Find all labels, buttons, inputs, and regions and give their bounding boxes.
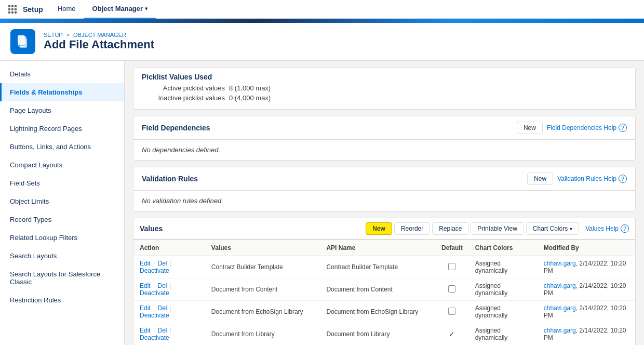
api-name-cell-1: Document from Content bbox=[320, 278, 435, 301]
sidebar-item-related-lookup-filters[interactable]: Related Lookup Filters bbox=[0, 229, 124, 247]
sidebar: Details Fields & Relationships Page Layo… bbox=[0, 61, 125, 345]
sidebar-item-object-limits[interactable]: Object Limits bbox=[0, 192, 124, 210]
checkbox-empty bbox=[448, 263, 455, 270]
breadcrumb-object-manager[interactable]: OBJECT MANAGER bbox=[73, 32, 126, 38]
col-default: Default bbox=[435, 240, 469, 256]
validation-rules-header: Validation Rules New Validation Rules He… bbox=[133, 167, 635, 191]
values-new-button[interactable]: New bbox=[366, 222, 392, 235]
col-api-name: API Name bbox=[320, 240, 435, 256]
breadcrumb: SETUP > OBJECT MANAGER bbox=[44, 32, 154, 38]
tab-home[interactable]: Home bbox=[49, 0, 84, 19]
picklist-title: Picklist Values Used bbox=[142, 73, 627, 81]
col-values: Values bbox=[205, 240, 320, 256]
field-dependencies-new-button[interactable]: New bbox=[517, 122, 543, 134]
chevron-down-icon: ▾ bbox=[145, 6, 147, 11]
sidebar-item-details[interactable]: Details bbox=[0, 65, 124, 83]
tab-object-manager[interactable]: Object Manager ▾ bbox=[84, 0, 156, 19]
values-replace-button[interactable]: Replace bbox=[432, 222, 468, 235]
values-chart-colors-button[interactable]: Chart Colors ▾ bbox=[526, 222, 579, 235]
sidebar-item-buttons-links-actions[interactable]: Buttons, Links, and Actions bbox=[0, 138, 124, 156]
table-row: Edit | Del | Deactivate Document from Ec… bbox=[133, 301, 635, 323]
app-launcher-button[interactable] bbox=[4, 1, 21, 18]
validation-rules-section: Validation Rules New Validation Rules He… bbox=[133, 167, 636, 211]
help-icon-values: ? bbox=[621, 224, 629, 233]
main-layout: Details Fields & Relationships Page Layo… bbox=[0, 61, 644, 345]
values-reorder-button[interactable]: Reorder bbox=[394, 222, 430, 235]
default-cell-2 bbox=[435, 301, 469, 323]
user-link-1[interactable]: chhavi.garg, bbox=[544, 282, 578, 289]
table-row: Edit | Del | Deactivate Document from Co… bbox=[133, 278, 635, 301]
checkmark-icon: ✓ bbox=[449, 330, 455, 338]
svg-rect-1 bbox=[11, 5, 14, 7]
checkbox-empty bbox=[448, 308, 455, 315]
value-cell-0: Contract Builder Template bbox=[205, 256, 320, 278]
chart-colors-cell-3: Assigned dynamically bbox=[469, 323, 538, 346]
field-dependencies-title: Field Dependencies bbox=[142, 124, 210, 132]
col-chart-colors: Chart Colors bbox=[469, 240, 538, 256]
user-link-0[interactable]: chhavi.garg, bbox=[544, 260, 578, 267]
value-cell-1: Document from Content bbox=[205, 278, 320, 301]
del-link-0[interactable]: Del bbox=[158, 260, 167, 267]
del-link-3[interactable]: Del bbox=[158, 327, 167, 334]
svg-rect-3 bbox=[8, 8, 10, 10]
sidebar-item-field-sets[interactable]: Field Sets bbox=[0, 174, 124, 192]
api-name-cell-2: Document from EchoSign Library bbox=[320, 301, 435, 323]
deactivate-link-2[interactable]: Deactivate bbox=[140, 312, 169, 319]
picklist-values-section: Picklist Values Used Active picklist val… bbox=[133, 67, 636, 110]
sidebar-item-record-types[interactable]: Record Types bbox=[0, 210, 124, 229]
sidebar-item-search-layouts[interactable]: Search Layouts bbox=[0, 247, 124, 265]
field-dependencies-section: Field Dependencies New Field Dependencie… bbox=[133, 116, 636, 161]
sidebar-item-restriction-rules[interactable]: Restriction Rules bbox=[0, 291, 124, 309]
picklist-inactive-row: Inactive picklist values 0 (4,000 max) bbox=[142, 94, 627, 102]
checkbox-empty bbox=[448, 285, 455, 293]
field-dependencies-help-link[interactable]: Field Dependencies Help ? bbox=[547, 124, 627, 132]
edit-link-2[interactable]: Edit bbox=[140, 304, 151, 312]
sidebar-item-page-layouts[interactable]: Page Layouts bbox=[0, 101, 124, 120]
page-title: Add File Attachment bbox=[44, 38, 154, 51]
sidebar-item-compact-layouts[interactable]: Compact Layouts bbox=[0, 156, 124, 174]
modified-by-cell-0: chhavi.garg, 2/14/2022, 10:20 PM bbox=[538, 256, 635, 278]
svg-rect-7 bbox=[11, 11, 14, 14]
breadcrumb-setup[interactable]: SETUP bbox=[44, 32, 62, 38]
default-cell-1 bbox=[435, 278, 469, 301]
edit-link-3[interactable]: Edit bbox=[140, 327, 151, 334]
chart-colors-cell-0: Assigned dynamically bbox=[469, 256, 538, 278]
del-link-2[interactable]: Del bbox=[158, 304, 167, 312]
setup-label: Setup bbox=[21, 5, 49, 14]
values-printable-view-button[interactable]: Printable View bbox=[471, 222, 524, 235]
values-help-link[interactable]: Values Help ? bbox=[585, 224, 629, 233]
del-link-1[interactable]: Del bbox=[158, 282, 167, 289]
validation-rules-new-button[interactable]: New bbox=[527, 172, 553, 185]
validation-rules-title: Validation Rules bbox=[142, 175, 198, 183]
edit-link-1[interactable]: Edit bbox=[140, 282, 151, 289]
deactivate-link-3[interactable]: Deactivate bbox=[140, 334, 169, 341]
values-header: Values New Reorder Replace Printable Vie… bbox=[133, 218, 635, 240]
sidebar-item-search-layouts-classic[interactable]: Search Layouts for Salesforce Classic bbox=[0, 265, 124, 291]
picklist-active-row: Active picklist values 8 (1,000 max) bbox=[142, 84, 627, 92]
modified-by-cell-1: chhavi.garg, 2/14/2022, 10:20 PM bbox=[538, 278, 635, 301]
user-link-2[interactable]: chhavi.garg, bbox=[544, 304, 578, 312]
deactivate-link-0[interactable]: Deactivate bbox=[140, 267, 169, 274]
svg-rect-5 bbox=[15, 8, 17, 10]
help-icon: ? bbox=[619, 124, 627, 132]
svg-rect-4 bbox=[11, 8, 14, 10]
svg-rect-8 bbox=[15, 11, 17, 14]
sidebar-item-fields-relationships[interactable]: Fields & Relationships bbox=[0, 83, 124, 101]
user-link-3[interactable]: chhavi.garg, bbox=[544, 327, 578, 334]
edit-link-0[interactable]: Edit bbox=[140, 260, 151, 267]
sidebar-item-lightning-record-pages[interactable]: Lightning Record Pages bbox=[0, 120, 124, 138]
object-header: SETUP > OBJECT MANAGER Add File Attachme… bbox=[0, 23, 644, 61]
table-row: Edit | Del | Deactivate Contract Builder… bbox=[133, 256, 635, 278]
validation-rules-body: No validation rules defined. bbox=[133, 191, 635, 211]
chart-colors-cell-2: Assigned dynamically bbox=[469, 301, 538, 323]
values-title: Values bbox=[140, 224, 163, 233]
content-area: Picklist Values Used Active picklist val… bbox=[125, 61, 644, 345]
chart-colors-cell-1: Assigned dynamically bbox=[469, 278, 538, 301]
table-row: Edit | Del | Deactivate Document from Li… bbox=[133, 323, 635, 346]
deactivate-link-1[interactable]: Deactivate bbox=[140, 289, 169, 297]
object-header-text: SETUP > OBJECT MANAGER Add File Attachme… bbox=[44, 32, 154, 51]
field-dependencies-header: Field Dependencies New Field Dependencie… bbox=[133, 116, 635, 140]
default-cell-0 bbox=[435, 256, 469, 278]
validation-rules-help-link[interactable]: Validation Rules Help ? bbox=[557, 175, 627, 183]
top-navigation: Setup Home Object Manager ▾ bbox=[0, 0, 644, 19]
